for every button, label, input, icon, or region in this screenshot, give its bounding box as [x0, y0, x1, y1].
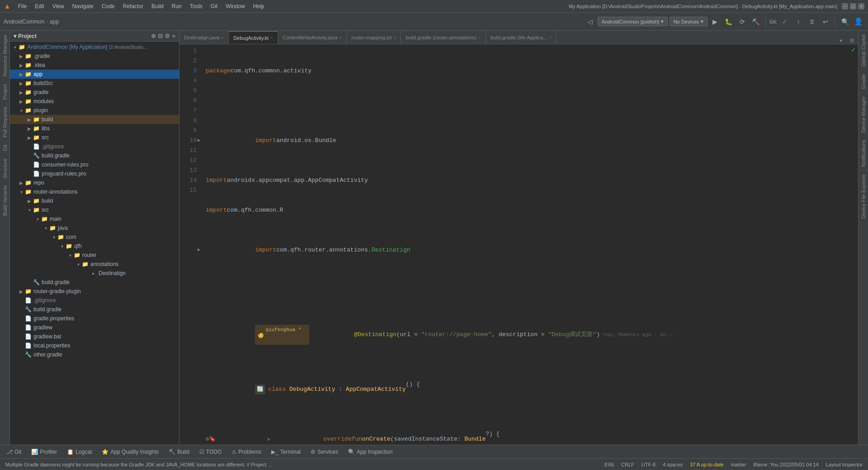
tab-debugactivity-close[interactable]: ×: [270, 35, 273, 40]
tab-destinatign[interactable]: Destinatign.java ×: [179, 31, 229, 44]
project-settings-icon[interactable]: ⚙: [165, 33, 170, 39]
device-file-explorer-tab[interactable]: Device File Explorer: [860, 171, 867, 222]
device-manager-tab[interactable]: Device Manager: [860, 93, 867, 136]
tree-item-gradlew-bat[interactable]: ▶ 📄 gradlew.bat: [10, 332, 179, 341]
tree-item-ra-build[interactable]: ▶ 📁 build: [10, 196, 179, 205]
status-indent[interactable]: 4 spaces: [661, 462, 684, 467]
structure-tab[interactable]: Structure: [1, 155, 9, 182]
device-selector[interactable]: No Devices ▾: [670, 17, 708, 26]
build-bottom-tab[interactable]: 🔨 Build: [164, 446, 194, 458]
profiler-bottom-tab[interactable]: 📊 Profiler: [27, 446, 61, 458]
status-position[interactable]: 8:66: [603, 462, 616, 467]
tab-router-mapping[interactable]: router-mapping.txt ×: [347, 31, 401, 44]
git-revert-button[interactable]: ↩: [820, 16, 831, 28]
menu-run[interactable]: Run: [168, 2, 185, 10]
problems-bottom-tab[interactable]: ⚠ Problems: [227, 446, 266, 458]
project-tab[interactable]: Project: [1, 81, 9, 103]
git-checkmark-button[interactable]: ✓: [779, 16, 791, 28]
tab-contentwrite[interactable]: ContentWriteActivity.java ×: [278, 31, 347, 44]
tree-item-proguard[interactable]: ▶ 📄 proguard-rules.pro: [10, 169, 179, 178]
tab-buildgradle-app-close[interactable]: ×: [549, 35, 552, 40]
status-warnings[interactable]: 37 A up-to-date: [688, 462, 726, 467]
code-editor[interactable]: ✓ 1 2 3 4 5 6 7 8 9 10 11 12 13 14: [179, 44, 858, 445]
debug-button[interactable]: 🐛: [723, 16, 735, 28]
menu-refactor[interactable]: Refactor: [119, 2, 147, 10]
todo-bottom-tab[interactable]: ☑ TODO: [195, 446, 226, 458]
tab-destinatign-close[interactable]: ×: [221, 35, 224, 40]
github-copilot-tab[interactable]: GitHub Copilot: [860, 31, 867, 71]
tree-item-gradlew[interactable]: ▶ 📄 gradlew: [10, 323, 179, 332]
services-bottom-tab[interactable]: ⚙ Services: [306, 446, 343, 458]
menu-navigate[interactable]: Navigate: [69, 2, 97, 10]
tree-item-modules[interactable]: ▶ 📁 modules: [10, 97, 179, 106]
tree-item-main[interactable]: ▾ 📁 main: [10, 214, 179, 223]
menu-edit[interactable]: Edit: [31, 2, 48, 10]
settings-button[interactable]: 👤: [853, 16, 864, 28]
tree-item-consumer-rules[interactable]: ▶ 📄 consumer-rules.pro: [10, 160, 179, 169]
menu-code[interactable]: Code: [98, 2, 118, 10]
tree-item-root-gitignore[interactable]: ▶ 📄 .gitignore: [10, 296, 179, 305]
tree-item-gradle-properties[interactable]: ▶ 📄 gradle.properties: [10, 314, 179, 323]
close-button[interactable]: ×: [858, 3, 864, 9]
navigate-back-button[interactable]: ◁: [584, 16, 596, 28]
tree-item-ra-src[interactable]: ▾ 📁 src: [10, 205, 179, 214]
status-message[interactable]: Multiple Gradle daemons might be running…: [4, 462, 275, 467]
tree-item-repo[interactable]: ▶ 📁 repo: [10, 178, 179, 187]
build-variants-tab[interactable]: Build Variants: [1, 182, 9, 219]
status-blame[interactable]: Blame: You 2022/05/01 04:14: [751, 462, 820, 467]
git-history-button[interactable]: ⧖: [806, 16, 818, 28]
status-layout-inspector[interactable]: Layout Inspector: [824, 462, 864, 467]
tab-buildgradle-router-close[interactable]: ×: [478, 35, 481, 40]
tab-debugactivity[interactable]: DebugActivity.kt ×: [229, 31, 278, 44]
menu-window[interactable]: Window: [222, 2, 249, 10]
tree-item-local-properties[interactable]: ▶ 📄 local.properties: [10, 341, 179, 350]
menu-view[interactable]: View: [49, 2, 68, 10]
tab-buildgradle-app[interactable]: build.gradle (My Applica... ×: [486, 31, 557, 44]
tree-item-other-gradle[interactable]: ▶ 🔧 other.gradle: [10, 350, 179, 359]
notifications-tab[interactable]: Notifications: [860, 136, 867, 171]
tree-item-router-gradle-plugin[interactable]: ▶ 📁 router-gradle-plugin: [10, 287, 179, 296]
tree-item-destinatign[interactable]: ▶ ● Destinatign: [10, 269, 179, 278]
tree-item-root-buildgradle[interactable]: ▶ 🔧 build.gradle: [10, 305, 179, 314]
config-selector[interactable]: AndroidCommon [publish] ▾: [598, 17, 668, 26]
tab-overflow-button[interactable]: ▾: [836, 38, 846, 44]
tree-item-plugin-build[interactable]: ▶ 📁 build: [10, 115, 179, 124]
tree-item-idea[interactable]: ▶ 📁 .idea: [10, 61, 179, 70]
menu-help[interactable]: Help: [250, 2, 268, 10]
pull-requests-tab[interactable]: Pull Requests: [1, 103, 9, 141]
menu-build[interactable]: Build: [148, 2, 167, 10]
status-branch[interactable]: master: [729, 462, 748, 467]
tree-item-app[interactable]: ▶ 📁 app: [10, 70, 179, 79]
tree-item-gitignore1[interactable]: ▶ 📄 .gitignore: [10, 142, 179, 151]
tree-item-plugin-src[interactable]: ▶ 📁 src: [10, 133, 179, 142]
git-update-button[interactable]: ↑: [793, 16, 804, 28]
resource-manager-tab[interactable]: Resource Manager: [1, 31, 9, 81]
search-button[interactable]: 🔍: [839, 16, 851, 28]
menu-tools[interactable]: Tools: [186, 2, 206, 10]
logcat-bottom-tab[interactable]: 📋 Logcat: [62, 446, 96, 458]
tree-item-libs[interactable]: ▶ 📁 libs: [10, 124, 179, 133]
tree-item-gradle-dir[interactable]: ▶ 📁 .gradle: [10, 52, 179, 61]
tree-item-buildgradle1[interactable]: ▶ 🔧 build.gradle: [10, 151, 179, 160]
sync-button[interactable]: ⟳: [736, 16, 748, 28]
breadcrumb-app[interactable]: app: [50, 19, 59, 25]
menu-file[interactable]: File: [14, 2, 30, 10]
tab-buildgradle-router[interactable]: build.gradle (router-annotations) ×: [401, 31, 486, 44]
tab-settings-button[interactable]: ⚙: [846, 38, 858, 44]
project-collapse-icon[interactable]: ⊟: [158, 33, 163, 39]
breadcrumb-root[interactable]: AndroidCommon: [4, 19, 44, 25]
app-quality-bottom-tab[interactable]: ⭐ App Quality Insights: [97, 446, 163, 458]
tree-item-ra-buildgradle[interactable]: ▶ 🔧 build.gradle: [10, 278, 179, 287]
tree-item-com[interactable]: ▾ 📁 com: [10, 233, 179, 242]
tree-item-annotations[interactable]: ▾ 📁 annotations: [10, 260, 179, 269]
minimize-button[interactable]: −: [842, 3, 848, 9]
tab-router-mapping-close[interactable]: ×: [393, 35, 396, 40]
git-tab[interactable]: Git: [1, 141, 9, 155]
build-button[interactable]: 🔨: [750, 16, 762, 28]
tree-item-router[interactable]: ▾ 📁 router: [10, 251, 179, 260]
tree-item-qfh[interactable]: ▾ 📁 qfh: [10, 242, 179, 251]
gradle-tab[interactable]: Gradle: [860, 71, 867, 93]
status-line-sep[interactable]: CRLF: [619, 462, 636, 467]
tree-item-router-annotations[interactable]: ▾ 📁 router-annotations: [10, 187, 179, 196]
tree-item-plugin[interactable]: ▾ 📁 plugin: [10, 106, 179, 115]
